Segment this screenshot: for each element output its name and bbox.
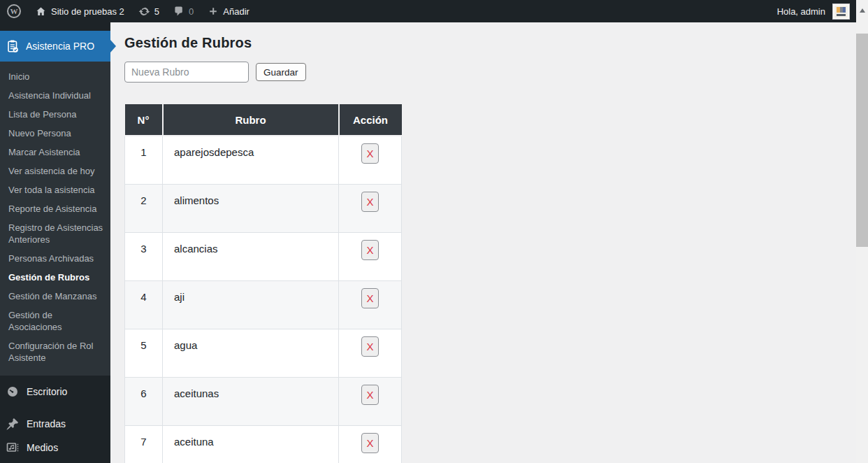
scrollbar-thumb[interactable] — [856, 34, 868, 247]
home-icon — [35, 6, 47, 17]
clipboard-check-icon — [6, 39, 20, 53]
table-body: 1 aparejosdepesca X 2 alimentos X 3 alca… — [125, 136, 402, 463]
add-new-link[interactable]: Añadir — [201, 0, 256, 22]
header-rubro: Rubro — [163, 104, 339, 136]
rubros-table: N° Rubro Acción 1 aparejosdepesca X 2 al… — [124, 104, 402, 463]
table-row: 2 alimentos X — [125, 184, 402, 232]
delete-rubro-button[interactable]: X — [361, 143, 379, 164]
row-number-cell: 4 — [125, 280, 163, 329]
row-number-cell: 7 — [125, 425, 163, 463]
sidebar-item-registro-de-asistencias-anteriores[interactable]: Registro de Asistencias Anteriores — [0, 218, 110, 249]
wordpress-logo-icon: W — [7, 4, 21, 18]
wp-logo-button[interactable]: W — [0, 0, 28, 22]
row-number-cell: 6 — [125, 377, 163, 425]
admin-bar: W Sitio de pruebas 2 5 0 Añadir Hola, ad… — [0, 0, 868, 22]
sidebar-item-escritorio[interactable]: Escritorio — [0, 380, 110, 404]
sidebar-plugin-label: Asistencia PRO — [26, 41, 94, 52]
admin-sidebar: Asistencia PRO InicioAsistencia Individu… — [0, 22, 110, 463]
sidebar-item-inicio[interactable]: Inicio — [0, 67, 110, 86]
row-number-cell: 5 — [125, 329, 163, 377]
menu-item-label: Entradas — [27, 418, 66, 429]
table-row: 6 aceitunas X — [125, 377, 402, 425]
row-action-cell: X — [339, 377, 402, 425]
sidebar-item-asistencia-individual[interactable]: Asistencia Individual — [0, 86, 110, 105]
header-accion: Acción — [339, 104, 402, 136]
sidebar-item-gestión-de-manzanas[interactable]: Gestión de Manzanas — [0, 287, 110, 306]
user-greeting[interactable]: Hola, admin — [777, 6, 825, 17]
menu-item-label: Escritorio — [27, 386, 67, 397]
delete-rubro-button[interactable]: X — [361, 336, 379, 357]
dashboard-icon — [6, 385, 20, 399]
sidebar-item-personas-archivadas[interactable]: Personas Archivadas — [0, 249, 110, 268]
admin-bar-left: W Sitio de pruebas 2 5 0 Añadir — [0, 0, 256, 22]
sidebar-item-ver-asistencia-de-hoy[interactable]: Ver asistencia de hoy — [0, 162, 110, 180]
new-rubro-form: Guardar — [124, 62, 856, 83]
delete-rubro-button[interactable]: X — [361, 385, 379, 405]
row-rubro-cell: aceituna — [163, 425, 339, 463]
delete-rubro-button[interactable]: X — [361, 433, 379, 453]
sidebar-item-reporte-de-asistencia[interactable]: Reporte de Asistencia — [0, 199, 110, 218]
row-action-cell: X — [339, 184, 402, 232]
comments-icon — [173, 6, 185, 17]
add-new-label: Añadir — [223, 6, 249, 17]
table-header: N° Rubro Acción — [125, 104, 402, 136]
updates-icon — [138, 6, 150, 17]
user-avatar[interactable] — [832, 3, 850, 20]
delete-rubro-button[interactable]: X — [361, 192, 379, 212]
admin-bar-right: Hola, admin — [777, 3, 868, 20]
new-rubro-input[interactable] — [124, 62, 249, 83]
table-row: 7 aceituna X — [125, 425, 402, 463]
row-rubro-cell: aji — [163, 280, 339, 329]
table-row: 4 aji X — [125, 280, 402, 329]
row-action-cell: X — [339, 329, 402, 377]
row-number-cell: 1 — [125, 136, 163, 184]
comments-count: 0 — [189, 6, 194, 17]
plugin-submenu: InicioAsistencia IndividualLista de Pers… — [0, 62, 110, 376]
row-rubro-cell: aparejosdepesca — [163, 136, 339, 184]
save-button[interactable]: Guardar — [256, 63, 306, 81]
sidebar-item-asistencia-pro[interactable]: Asistencia PRO — [0, 31, 110, 62]
sidebar-item-configuración-de-rol-asistente[interactable]: Configuración de Rol Asistente — [0, 336, 110, 367]
site-home-link[interactable]: Sitio de pruebas 2 — [28, 0, 131, 22]
menu-separator — [0, 404, 110, 412]
header-num: N° — [125, 104, 163, 136]
scrollbar-up-arrow-icon[interactable] — [860, 6, 865, 13]
row-action-cell: X — [339, 425, 402, 463]
wp-core-menu: Escritorio Entradas Medios — [0, 376, 110, 460]
vertical-scrollbar — [856, 0, 868, 463]
row-rubro-cell: alcancias — [163, 232, 339, 280]
row-number-cell: 3 — [125, 232, 163, 280]
comments-link[interactable]: 0 — [166, 0, 201, 22]
row-action-cell: X — [339, 280, 402, 329]
row-action-cell: X — [339, 136, 402, 184]
row-rubro-cell: agua — [163, 329, 339, 377]
sidebar-item-ver-toda-la-asistencia[interactable]: Ver toda la asistencia — [0, 180, 110, 199]
updates-count: 5 — [154, 6, 159, 17]
delete-rubro-button[interactable]: X — [361, 240, 379, 260]
menu-item-label: Medios — [27, 442, 58, 453]
row-number-cell: 2 — [125, 184, 163, 232]
table-row: 5 agua X — [125, 329, 402, 377]
pushpin-icon — [6, 417, 20, 431]
row-rubro-cell: aceitunas — [163, 377, 339, 425]
site-name: Sitio de pruebas 2 — [51, 6, 124, 17]
row-action-cell: X — [339, 232, 402, 280]
sidebar-item-gestión-de-asociaciones[interactable]: Gestión de Asociaciones — [0, 306, 110, 336]
page-title: Gestión de Rubros — [124, 35, 856, 51]
media-icon — [6, 441, 20, 455]
plus-icon — [208, 6, 219, 17]
row-rubro-cell: alimentos — [163, 184, 339, 232]
sidebar-item-gestión-de-rubros[interactable]: Gestión de Rubros — [0, 268, 110, 287]
sidebar-item-entradas[interactable]: Entradas — [0, 412, 110, 436]
current-menu-arrow — [110, 40, 116, 52]
sidebar-item-lista-de-persona[interactable]: Lista de Persona — [0, 105, 110, 124]
sidebar-item-nuevo-persona[interactable]: Nuevo Persona — [0, 124, 110, 143]
table-row: 1 aparejosdepesca X — [125, 136, 402, 184]
updates-link[interactable]: 5 — [131, 0, 166, 22]
delete-rubro-button[interactable]: X — [361, 288, 379, 308]
sidebar-item-marcar-asistencia[interactable]: Marcar Asistencia — [0, 143, 110, 162]
table-row: 3 alcancias X — [125, 232, 402, 280]
sidebar-item-medios[interactable]: Medios — [0, 436, 110, 460]
main-content: Gestión de Rubros Guardar N° Rubro Acció… — [110, 22, 856, 463]
